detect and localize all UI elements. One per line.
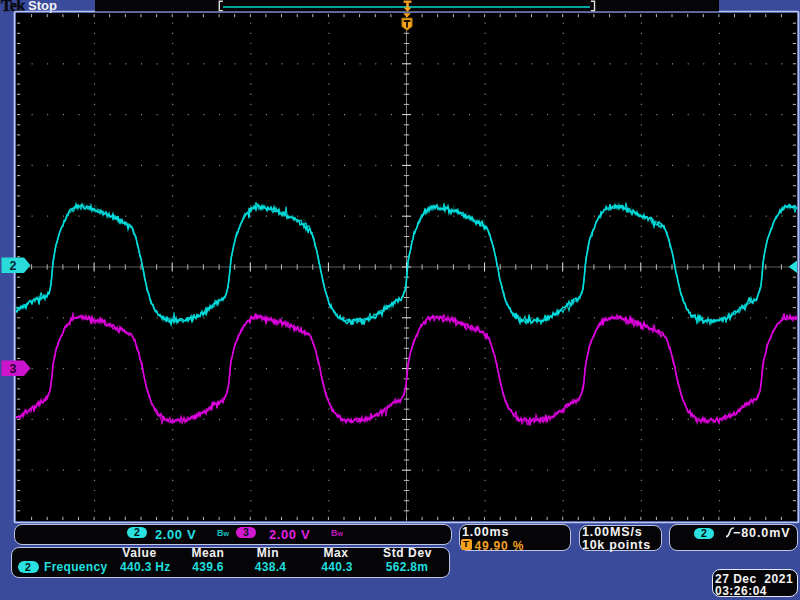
svg-text:2: 2 (10, 259, 17, 273)
svg-text:3: 3 (10, 362, 17, 376)
